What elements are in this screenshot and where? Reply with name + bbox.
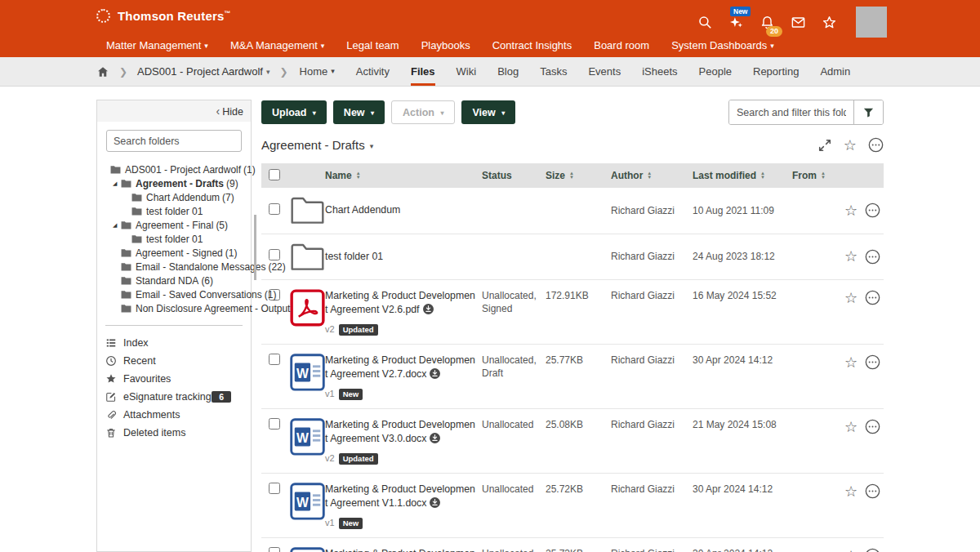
file-name-link[interactable]: Marketing & Product Development Agreemen…: [325, 548, 475, 552]
favourite-folder-icon[interactable]: ☆: [844, 138, 857, 153]
version-number[interactable]: v1: [325, 516, 335, 530]
primary-nav-item-5[interactable]: Board room: [594, 39, 649, 51]
row-more-options-icon[interactable]: [865, 203, 880, 218]
favourite-row-icon[interactable]: ☆: [844, 549, 858, 552]
sidebar-item-index[interactable]: Index: [97, 334, 251, 352]
primary-nav-item-6[interactable]: System Dashboards▾: [671, 39, 774, 51]
tree-expander-icon[interactable]: ◢: [113, 178, 121, 189]
favourite-row-icon[interactable]: ☆: [844, 420, 858, 434]
tab-blog[interactable]: Blog: [497, 57, 519, 86]
column-header-author[interactable]: Author▲▼: [611, 170, 652, 181]
column-header-size[interactable]: Size▲▼: [546, 170, 574, 181]
avatar[interactable]: [856, 7, 887, 38]
folder-tree-item[interactable]: ◢Agreement - Drafts(9): [97, 176, 251, 190]
folder-tree-item[interactable]: ◢Non Disclosure Agreement - Output: [97, 301, 251, 315]
primary-nav-item-1[interactable]: M&A Management▾: [230, 39, 324, 51]
row-checkbox[interactable]: [269, 354, 280, 365]
favourite-row-icon[interactable]: ☆: [844, 203, 858, 218]
new-button[interactable]: New ▾: [333, 100, 385, 124]
primary-nav-item-0[interactable]: Matter Management▾: [106, 39, 208, 51]
favourite-row-icon[interactable]: ☆: [844, 291, 858, 305]
folder-tree-item[interactable]: ◢Chart Addendum(7): [97, 190, 251, 204]
mail-icon[interactable]: [791, 15, 806, 30]
breadcrumb-project[interactable]: ADS001 - Project Aardwolf▾: [137, 65, 270, 78]
search-icon[interactable]: [697, 15, 713, 30]
row-more-options-icon[interactable]: [865, 249, 880, 265]
row-more-options-icon[interactable]: [865, 354, 880, 370]
tab-admin[interactable]: Admin: [820, 57, 850, 86]
sort-icon[interactable]: ▲▼: [821, 171, 826, 180]
tab-people[interactable]: People: [699, 57, 732, 86]
primary-nav-item-3[interactable]: Playbooks: [421, 39, 470, 51]
download-icon[interactable]: [430, 497, 440, 508]
file-name-link[interactable]: Marketing & Product Development Agreemen…: [325, 290, 475, 315]
search-filter-folder-input[interactable]: [729, 100, 853, 124]
version-number[interactable]: v2: [325, 323, 335, 336]
folder-name-link[interactable]: Chart Addendum: [325, 204, 400, 216]
sort-icon[interactable]: ▲▼: [569, 171, 574, 180]
tab-files[interactable]: Files: [411, 57, 435, 86]
sort-icon[interactable]: ▲▼: [647, 171, 652, 180]
folder-tree-item[interactable]: ◢ADS001 - Project Aardwolf(1): [97, 162, 251, 176]
home-icon[interactable]: [96, 65, 109, 78]
version-number[interactable]: v2: [325, 452, 335, 465]
download-icon[interactable]: [430, 433, 440, 443]
current-folder-title[interactable]: Agreement - Drafts▾: [261, 138, 373, 152]
download-icon[interactable]: [423, 304, 434, 314]
folder-tree-item[interactable]: ◢test folder 01: [97, 204, 251, 218]
view-button[interactable]: View ▾: [461, 100, 515, 124]
filter-funnel-button[interactable]: [853, 100, 883, 124]
column-header-name[interactable]: Name▲▼: [325, 170, 361, 181]
ai-sparkle-icon[interactable]: New: [728, 15, 744, 30]
upload-button[interactable]: Upload ▾: [261, 100, 327, 124]
tab-events[interactable]: Events: [588, 57, 621, 86]
column-header-status[interactable]: Status: [482, 170, 512, 181]
folder-tree-item[interactable]: ◢Agreement - Final(5): [97, 218, 251, 232]
favourite-row-icon[interactable]: ☆: [844, 484, 858, 499]
folder-more-options-icon[interactable]: [868, 137, 884, 153]
file-name-link[interactable]: Marketing & Product Development Agreemen…: [325, 354, 475, 380]
row-more-options-icon[interactable]: [865, 483, 880, 499]
tab-tasks[interactable]: Tasks: [540, 57, 567, 86]
row-checkbox[interactable]: [269, 483, 280, 494]
tab-isheets[interactable]: iSheets: [642, 57, 677, 86]
primary-nav-item-4[interactable]: Contract Insights: [492, 39, 572, 51]
select-all-checkbox[interactable]: [269, 169, 280, 180]
sort-icon[interactable]: ▲▼: [760, 171, 765, 180]
row-checkbox[interactable]: [269, 418, 280, 430]
tab-reporting[interactable]: Reporting: [753, 57, 799, 86]
file-name-link[interactable]: Marketing & Product Development Agreemen…: [325, 483, 475, 509]
star-icon[interactable]: [822, 15, 837, 30]
row-checkbox[interactable]: [269, 249, 280, 260]
expand-view-icon[interactable]: [817, 138, 832, 153]
folder-name-link[interactable]: test folder 01: [325, 251, 383, 262]
row-checkbox[interactable]: [269, 203, 280, 215]
tree-expander-icon[interactable]: ◢: [113, 220, 121, 231]
folder-tree-item[interactable]: ◢test folder 01: [97, 232, 251, 246]
sidebar-item-deleted-items[interactable]: Deleted items: [97, 424, 251, 442]
hide-sidebar-button[interactable]: ‹Hide: [216, 105, 243, 118]
primary-nav-item-2[interactable]: Legal team: [346, 39, 399, 51]
row-more-options-icon[interactable]: [865, 548, 880, 552]
favourite-row-icon[interactable]: ☆: [844, 355, 858, 370]
row-checkbox[interactable]: [269, 547, 280, 552]
sidebar-item-recent[interactable]: Recent: [97, 352, 251, 370]
tab-activity[interactable]: Activity: [356, 57, 390, 86]
sidebar-item-attachments[interactable]: Attachments: [97, 406, 251, 424]
sidebar-item-esignature-tracking[interactable]: eSignature tracking6: [97, 388, 251, 406]
version-number[interactable]: v1: [325, 387, 335, 401]
sidebar-item-favourites[interactable]: Favourites: [97, 370, 251, 388]
folder-tree-item[interactable]: ◢Email - Saved Conversations(1): [97, 287, 251, 301]
favourite-row-icon[interactable]: ☆: [844, 249, 858, 264]
tab-wiki[interactable]: Wiki: [457, 57, 477, 86]
brand-logo[interactable]: Thomson Reuters™: [96, 9, 231, 23]
sidebar-scrollbar[interactable]: [254, 215, 256, 280]
folder-tree-item[interactable]: ◢Standard NDA(6): [97, 274, 251, 287]
download-icon[interactable]: [430, 368, 440, 379]
bell-icon[interactable]: 20: [760, 15, 775, 30]
folder-tree-item[interactable]: ◢Agreement - Signed(1): [97, 246, 251, 260]
column-header-last-modified[interactable]: Last modified▲▼: [693, 170, 765, 181]
row-more-options-icon[interactable]: [865, 290, 880, 305]
file-name-link[interactable]: Marketing & Product Development Agreemen…: [325, 419, 475, 444]
sort-icon[interactable]: ▲▼: [356, 171, 361, 180]
